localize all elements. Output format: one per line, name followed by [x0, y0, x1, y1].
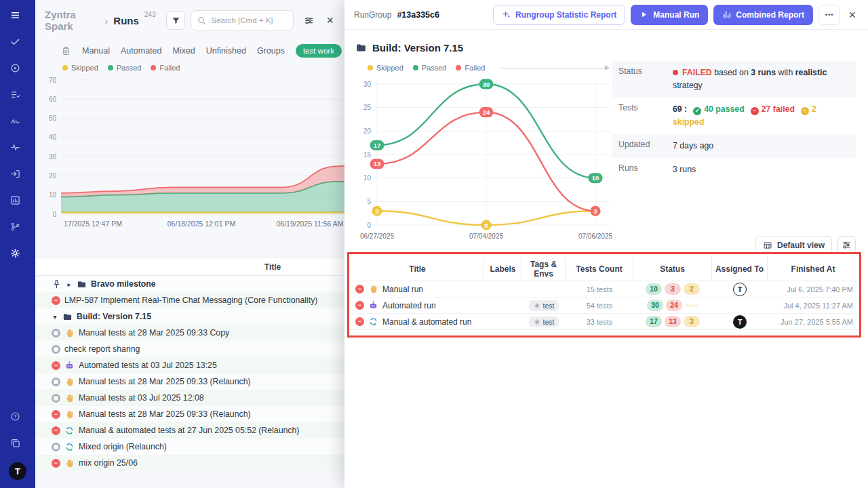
assignee-avatar[interactable]: T	[733, 283, 747, 296]
legend-passed: Passed	[108, 64, 142, 72]
default-view-button[interactable]: Default view	[755, 236, 832, 254]
manual-run-button[interactable]: Manual Run	[631, 5, 708, 25]
rungroup-heading: Build: Version 7.15	[372, 42, 463, 54]
sidebar-item-menu[interactable]	[10, 9, 26, 25]
column-header-tests-count[interactable]: Tests Count	[566, 258, 633, 281]
neutral-status-icon	[52, 378, 60, 386]
sidebar-item-help[interactable]: ?	[10, 411, 26, 426]
tab-unfinished[interactable]: Unfinished	[206, 46, 246, 56]
funnel-icon	[171, 16, 181, 26]
runs-count-badge: 243	[144, 11, 156, 18]
tab-manual[interactable]: Manual	[82, 46, 110, 56]
assigned-cell	[712, 298, 768, 313]
tests-count: 33 tests	[566, 314, 633, 329]
list-item[interactable]: −Manual & automated tests at 27 Jun 2025…	[35, 422, 344, 439]
caret-down-icon[interactable]: ▾	[52, 313, 58, 321]
tab-mixed[interactable]: Mixed	[172, 46, 195, 56]
pin-icon	[52, 279, 62, 289]
list-item[interactable]: ▸Bravo milestone	[35, 276, 344, 292]
status-failed-text: FAILED	[682, 68, 712, 77]
tests-skipped-count: 2	[812, 104, 816, 114]
list-item[interactable]: check report sharing	[35, 341, 344, 357]
column-header-finished-at[interactable]: Finished At	[768, 258, 859, 281]
rungroup-statistic-report-button[interactable]: Rungroup Statistic Report	[493, 5, 625, 25]
more-options-button[interactable]: •••	[818, 5, 840, 25]
app-root: ? T Zyntra Spark › Runs 243 × ManualAuto…	[0, 0, 868, 488]
column-header-title[interactable]: Title	[351, 258, 484, 281]
view-controls: Default view	[755, 236, 856, 254]
view-settings-button[interactable]	[837, 236, 856, 254]
info-label-updated: Updated	[618, 140, 673, 152]
skipped-count-pill: 2	[684, 283, 700, 295]
tab-automated[interactable]: Automated	[121, 46, 161, 56]
tag-filter-pill[interactable]: test work	[296, 44, 342, 58]
tag-pill[interactable]: test	[529, 317, 559, 327]
svg-text:07/04/2025: 07/04/2025	[469, 232, 503, 240]
list-item[interactable]: Manual tests at 03 Jul 2025 12:08	[35, 390, 344, 406]
table-row[interactable]: −Automated runtest54 tests3024Jul 4, 202…	[351, 298, 859, 314]
search-box[interactable]	[191, 10, 294, 30]
tests-skipped-word: skipped	[673, 117, 704, 127]
rungroup-line-chart: 05101520253006/27/202507/04/202507/06/20…	[354, 75, 613, 245]
sidebar-item-import[interactable]	[10, 168, 26, 184]
button-label: Default view	[777, 241, 825, 250]
run-title: Mixed origin (Relaunch)	[79, 442, 167, 451]
list-item[interactable]: −LMP-587 Implement Real-Time Chat Messag…	[35, 292, 344, 308]
check-icon	[10, 37, 20, 47]
folders-icon	[10, 438, 20, 448]
columns-settings-button[interactable]	[299, 11, 318, 30]
svg-text:?: ?	[14, 414, 16, 419]
assignee-avatar[interactable]: T	[733, 315, 747, 329]
finished-at: Jun 27, 2025 5:55 AM	[768, 314, 859, 329]
column-header-status[interactable]: Status	[633, 258, 712, 281]
sidebar-item-gear[interactable]	[10, 247, 26, 263]
close-drawer-button[interactable]: ×	[846, 9, 859, 21]
sidebar-item-task-list[interactable]	[10, 89, 26, 104]
list-item[interactable]: Manual tests at 28 Mar 2025 09:33 (Relau…	[35, 373, 344, 390]
failed-status-icon: −	[355, 317, 364, 326]
filter-button[interactable]	[166, 11, 185, 30]
breadcrumb-app[interactable]: Zyntra Spark	[45, 9, 99, 32]
status-value: FAILED based on 3 runs with realistic st…	[673, 66, 848, 92]
legend-dot-icon	[108, 65, 113, 70]
sidebar-item-branch[interactable]	[10, 221, 26, 237]
table-row[interactable]: −Manual & automated runtest33 tests17133…	[351, 314, 859, 330]
list-item[interactable]: ▾Build: Version 7.15	[35, 308, 344, 325]
legend-label: Skipped	[71, 64, 98, 72]
search-input[interactable]	[211, 16, 288, 24]
column-header-assigned-to[interactable]: Assigned To	[712, 258, 768, 281]
svg-text:07/06/2025: 07/06/2025	[578, 232, 612, 240]
list-item[interactable]: Manual tests at 28 Mar 2025 09:33 Copy	[35, 325, 344, 341]
list-item[interactable]: −mix origin 25/06	[35, 455, 344, 471]
neutral-status-icon	[52, 394, 60, 403]
sidebar-item-signature[interactable]	[10, 115, 26, 131]
sliders-icon	[304, 16, 314, 26]
sidebar-item-check[interactable]	[10, 36, 26, 52]
arrow-decoration-icon	[501, 68, 609, 68]
svg-text:20: 20	[363, 127, 372, 135]
run-title: Build: Version 7.15	[77, 312, 151, 321]
sidebar-item-pulse[interactable]	[10, 142, 26, 157]
list-item[interactable]: −Manual tests at 28 Mar 2025 09:33 (Rela…	[35, 406, 344, 422]
column-header-labels[interactable]: Labels	[484, 258, 522, 281]
robot-icon	[64, 361, 75, 371]
sidebar-item-bar-chart-box[interactable]	[10, 195, 26, 210]
sidebar-item-folders[interactable]	[10, 437, 26, 453]
user-avatar[interactable]: T	[9, 462, 26, 480]
column-header-tags-envs[interactable]: Tags & Envs	[522, 258, 566, 281]
list-item[interactable]: Mixed origin (Relaunch)	[35, 439, 344, 455]
gear-icon	[10, 248, 20, 258]
table-row[interactable]: −Manual run15 tests1032TJul 6, 2025 7:40…	[351, 281, 859, 298]
tab-groups[interactable]: Groups	[257, 46, 285, 56]
finished-at: Jul 6, 2025 7:40 PM	[768, 281, 859, 297]
updated-value: 7 days ago	[673, 140, 848, 152]
close-panel-button[interactable]: ×	[323, 14, 336, 26]
svg-text:70: 70	[49, 77, 57, 84]
list-item[interactable]: −Automated tests at 03 Jul 2025 13:25	[35, 357, 344, 373]
sidebar-item-play-circle[interactable]	[10, 62, 26, 78]
tag-pill[interactable]: test	[529, 300, 559, 311]
caret-right-icon[interactable]: ▸	[66, 281, 73, 288]
combined-report-button[interactable]: Combined Report	[713, 5, 813, 25]
svg-text:10: 10	[363, 174, 372, 182]
breadcrumb-separator-icon: ›	[104, 15, 108, 26]
